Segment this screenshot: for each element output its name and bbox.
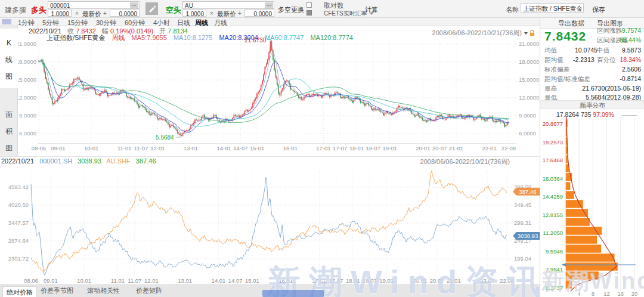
short-price-mode[interactable]: 最新价 [217, 10, 236, 18]
dist-mean-label: 距均值 [544, 56, 564, 64]
mean-label: 均值 [544, 47, 557, 55]
svg-text:21-01: 21-01 [449, 145, 463, 151]
short-code-value: AU [185, 2, 193, 9]
short-code-input[interactable]: AU ... [182, 1, 274, 9]
log-scale-checkbox[interactable] [306, 2, 312, 8]
long-price-mode[interactable]: 最新价 [82, 10, 101, 18]
percentile-label: 百分位 [597, 56, 616, 64]
dist-std-label: 距均值/标准偏差 [544, 75, 590, 83]
bottom-tab-价差矩阵[interactable]: 价差矩阵 [136, 286, 162, 295]
svg-text:15.01: 15.01 [245, 277, 259, 284]
top-toolbar: 建多腿 多头 000001 ... 1.0000 × 最新价 + 0.0000 … [0, 0, 644, 18]
high-value: 21.6730(2015-06-19) [582, 85, 641, 92]
svg-text:21.0000: 21.0000 [519, 41, 539, 47]
log-scale-label[interactable]: 取对数 [324, 1, 343, 10]
main-chart-panel: 2022/10/21 收 7.8432 幅 0.19%(0.0149) 开 7.… [18, 26, 540, 156]
svg-text:09-01: 09-01 [51, 145, 65, 151]
long-leg-label: 多头 [31, 5, 47, 16]
svg-text:6.0000: 6.0000 [19, 130, 36, 137]
bottom-tab-价差季节图[interactable]: 价差季节图 [41, 286, 73, 295]
std-label: 标准偏差 [544, 66, 569, 74]
export-data-button[interactable]: 导出数据 [558, 19, 584, 28]
svg-text:199.04: 199.04 [514, 255, 531, 262]
short-leg-label: 空头 [166, 5, 181, 16]
svg-text:15.0000: 15.0000 [519, 76, 539, 83]
svg-text:18.01: 18.01 [346, 277, 360, 284]
svg-text:12: 12 [603, 290, 610, 297]
long-code-input[interactable]: 000001 ... [48, 1, 140, 9]
median-value: 9.5873 [622, 47, 641, 54]
std-value: 2.5606 [622, 66, 641, 73]
short-mult-operator: × [210, 10, 213, 17]
svg-text:11.2050: 11.2050 [543, 230, 563, 236]
svg-text:16-01: 16-01 [283, 145, 298, 151]
svg-text:17.6468: 17.6468 [543, 157, 563, 163]
edit-legs-button[interactable] [145, 2, 158, 15]
svg-text:17.07: 17.07 [329, 277, 343, 284]
svg-text:12.0000: 12.0000 [18, 94, 36, 101]
percentile-value: 18.34% [620, 56, 641, 63]
svg-text:18.0000: 18.0000 [519, 58, 539, 65]
svg-text:15-01: 15-01 [250, 145, 264, 151]
short-code-browse-button[interactable]: ... [265, 2, 273, 8]
short-qty-input[interactable]: 1.0000 [182, 10, 206, 17]
main-chart-canvas[interactable]: 21.000021.000018.000018.000015.000015.00… [18, 26, 540, 156]
fx-rate-checkbox[interactable] [306, 10, 312, 16]
svg-text:20.07: 20.07 [430, 277, 444, 284]
short-plus-operator: + [238, 10, 242, 17]
leg-builder-label[interactable]: 建多腿 [5, 5, 26, 16]
timeframe-bar: 1分钟5分钟15分钟30分钟60分钟4小时日线周线月线 [0, 18, 540, 26]
chart-type-tab-面积图[interactable]: 面积图 [0, 100, 18, 160]
bottom-tab-滚动相关性[interactable]: 滚动相关性 [87, 286, 120, 295]
svg-text:18.0000: 18.0000 [18, 58, 36, 65]
long-code-value: 000001 [50, 2, 70, 9]
stats-panel: 导出数据 导出图形 7.8432 区间涨跌 -9.7574 区间涨跌幅 -55.… [540, 18, 644, 297]
long-code-browse-button[interactable]: ... [130, 2, 138, 8]
long-offset-input[interactable]: 0.0000 [110, 10, 140, 17]
bottom-tab-绝对价格[interactable]: 绝对价格 [2, 286, 37, 297]
svg-text:9.0000: 9.0000 [19, 112, 36, 119]
name-label: 名称 [506, 5, 519, 14]
svg-text:20-01: 20-01 [416, 145, 430, 151]
mean-value: 10.0745 [575, 47, 597, 54]
svg-text:13-01: 13-01 [184, 145, 198, 151]
app-window: 建多腿 多头 000001 ... 1.0000 × 最新价 + 0.0000 … [0, 0, 644, 297]
svg-text:299.31: 299.31 [514, 219, 531, 226]
svg-text:21.01: 21.01 [447, 277, 461, 284]
chart-type-tab-K线图[interactable]: K线图 [0, 29, 18, 88]
long-qty-input[interactable]: 1.0000 [48, 10, 72, 17]
svg-text:17.01: 17.01 [312, 277, 327, 284]
svg-text:22-01: 22-01 [482, 145, 496, 151]
svg-text:16.0364: 16.0364 [543, 175, 563, 182]
save-button[interactable]: 保存 [592, 5, 605, 14]
svg-text:10.01: 10.01 [77, 277, 91, 284]
dist-std-value: -0.8714 [620, 75, 641, 82]
fx-rate-value: CFETS实时汇率 [324, 10, 367, 17]
svg-text:15.0000: 15.0000 [18, 76, 36, 83]
svg-text:19.2573: 19.2573 [543, 139, 563, 146]
svg-text:17-01: 17-01 [316, 145, 330, 151]
svg-text:09.01: 09.01 [44, 277, 58, 284]
svg-text:22.08: 22.08 [500, 277, 514, 284]
svg-text:19-01: 19-01 [383, 145, 397, 151]
svg-text:7.9841: 7.9841 [546, 266, 563, 273]
swap-long-short-button[interactable]: 多空更换 [278, 5, 304, 14]
range-chg-pct-value: -55.44% [618, 36, 641, 44]
svg-text:13.01: 13.01 [178, 277, 192, 284]
svg-text:10-01: 10-01 [84, 145, 98, 151]
svg-text:14-07: 14-07 [233, 145, 247, 151]
name-input[interactable]: 上证指数 / SHFE黄金 [521, 3, 584, 13]
histogram-canvas[interactable]: 4812162020.867719.257317.646816.036414.4… [540, 109, 644, 297]
svg-text:20.8677: 20.8677 [543, 120, 563, 127]
svg-text:2301.72: 2301.72 [8, 255, 29, 262]
svg-text:22-08: 22-08 [501, 145, 516, 151]
svg-text:14-01: 14-01 [216, 145, 231, 151]
svg-text:22.01: 22.01 [480, 277, 494, 284]
long-plus-operator: + [103, 10, 107, 17]
svg-text:18-07: 18-07 [366, 145, 380, 151]
lower-chart-canvas[interactable]: 4593.42399.584020.50349.453447.57299.312… [0, 157, 540, 285]
calculate-button[interactable]: 计算 [365, 5, 378, 14]
svg-text:12.01: 12.01 [144, 277, 159, 284]
svg-text:18.07: 18.07 [363, 277, 377, 284]
short-offset-input[interactable]: 0.0000 [244, 10, 274, 17]
